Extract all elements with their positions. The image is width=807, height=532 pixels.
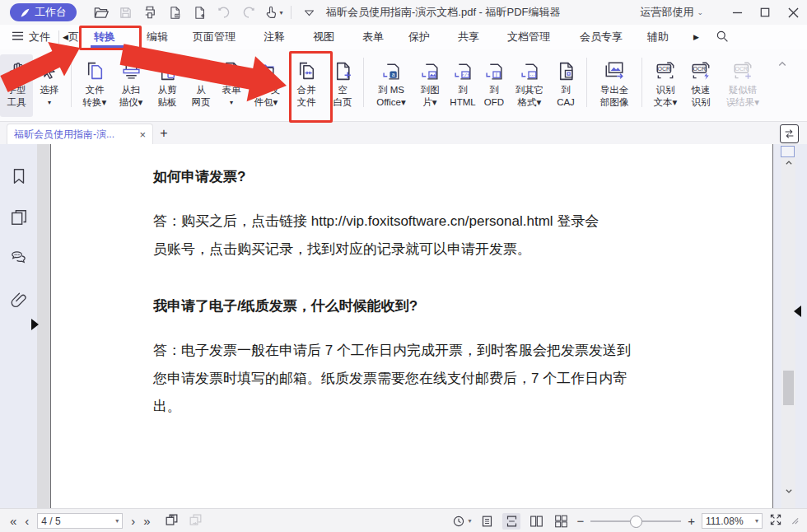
close-tab-icon[interactable]: × (139, 128, 146, 141)
scroll-down-icon[interactable] (782, 487, 795, 497)
tool-to-caj[interactable]: 到 CAJ (550, 54, 581, 117)
new-tab-button[interactable]: + (153, 122, 175, 144)
workspace-button[interactable]: 工作台 (10, 3, 77, 21)
tap-tool-icon[interactable]: ▾ (261, 3, 286, 21)
print-icon[interactable] (138, 3, 162, 21)
tool-from-scanner[interactable]: 从扫 描仪▾ (113, 54, 149, 117)
close-button[interactable] (779, 1, 807, 25)
tool-to-ms-office[interactable]: a 到 MS Office▾ (369, 54, 413, 117)
tool-label: 表单 (222, 84, 241, 96)
comments-panel-icon[interactable] (9, 250, 28, 272)
previous-view-icon[interactable] (164, 512, 180, 530)
to-html-icon: </> (453, 58, 473, 84)
menu-tab-edit[interactable]: 编辑 (147, 30, 168, 44)
document-tab[interactable]: 福昕会员使用指南-演... × (7, 124, 153, 144)
export-page-icon[interactable] (162, 3, 187, 21)
hamburger-icon[interactable] (12, 30, 24, 44)
menu-tab-page-manage[interactable]: 页面管理 (193, 30, 236, 44)
tool-select[interactable]: 选择 ▾ (33, 54, 66, 117)
menu-partial-tab[interactable]: 页 (68, 30, 79, 44)
zoom-slider-knob[interactable] (630, 516, 642, 528)
next-view-icon[interactable] (188, 512, 203, 530)
open-file-icon[interactable] (88, 3, 113, 21)
scroll-up-icon[interactable] (782, 159, 795, 169)
first-page-button[interactable]: « (10, 515, 16, 527)
attachments-panel-icon[interactable] (10, 292, 28, 313)
menu-tab-doc-manage[interactable]: 文档管理 (507, 30, 550, 44)
tool-ocr-suspects[interactable]: OCR 疑似错 误结果▾ (718, 54, 767, 117)
tool-label: PDF文 (252, 84, 281, 96)
caret-down-icon: ▾ (115, 517, 119, 525)
tool-to-image[interactable]: 到图 片▾ (413, 54, 446, 117)
expand-left-panel-icon[interactable] (31, 319, 39, 330)
tool-form[interactable]: 表单 ▾ (217, 54, 246, 117)
tool-from-clipboard[interactable]: 从剪 贴板 (149, 54, 185, 117)
expand-right-panel-icon[interactable] (794, 306, 801, 317)
tool-label: 文件 (297, 96, 316, 109)
svg-text:a: a (391, 72, 394, 77)
zoom-slider[interactable] (590, 513, 681, 530)
zoom-out-button[interactable]: − (576, 515, 584, 527)
menu-tab-member[interactable]: 会员专享 (580, 30, 623, 44)
menu-tab-convert[interactable]: 转换 (94, 30, 115, 44)
chevron-down-icon[interactable] (296, 3, 321, 21)
page-number-input[interactable]: 4 / 5 ▾ (37, 513, 123, 529)
title-bar: 工作台 ▾ 福昕会员使用指南-演示文档.pdf - 福 (0, 0, 807, 26)
menu-tab-protect[interactable]: 保护 (408, 30, 430, 44)
tab-scroll-right-icon[interactable]: ▶ (693, 33, 699, 41)
resize-grip[interactable] (789, 515, 799, 527)
maximize-button[interactable] (751, 1, 779, 25)
vertical-scrollbar[interactable] (781, 144, 795, 508)
account-menu[interactable]: 运营部使用 ⌄ (640, 5, 703, 20)
search-icon[interactable] (716, 30, 729, 45)
previous-page-button[interactable]: ‹ (25, 515, 29, 527)
pages-panel-icon[interactable] (10, 208, 28, 230)
new-page-icon[interactable] (187, 3, 212, 21)
undo-icon[interactable] (212, 3, 236, 21)
menu-tab-share[interactable]: 共享 (458, 30, 479, 44)
auto-scroll-button[interactable]: ▾ (452, 515, 471, 528)
tool-quick-ocr[interactable]: OCR 快速 识别 (683, 54, 718, 117)
tool-blank-page[interactable]: 空 白页 (327, 54, 358, 117)
scanner-icon (121, 58, 142, 84)
tool-ocr-text[interactable]: OCR 识别 文本▾ (647, 54, 683, 117)
next-page-button[interactable]: › (131, 515, 135, 527)
answer-line: 答：电子发票一般在申请后 7 个工作日内完成开票，到时客服会把发票发送到 (153, 337, 772, 365)
menu-tab-assist[interactable]: 辅助 (647, 30, 669, 44)
zoom-level-value: 111.08% (706, 516, 755, 527)
cursor-icon (40, 58, 59, 84)
menu-tab-view[interactable]: 视图 (313, 30, 334, 44)
tool-to-other-format[interactable]: … 到其它 格式▾ (509, 54, 550, 117)
tool-to-ofd[interactable]: ∫ 到 OFD (479, 54, 509, 117)
zoom-level-input[interactable]: 111.08% ▾ (702, 513, 763, 529)
tool-pdf-package[interactable]: PDF文 件包▾ (246, 54, 286, 117)
tab-scroll-left-icon[interactable]: ◀ (63, 33, 68, 41)
facing-view-icon[interactable] (527, 513, 545, 530)
tool-label: 疑似错 (729, 84, 758, 96)
menu-tab-comment[interactable]: 注释 (264, 30, 285, 44)
collapse-toolbar-icon[interactable] (777, 59, 787, 72)
zoom-in-button[interactable]: + (688, 515, 695, 527)
fullscreen-icon[interactable] (769, 513, 782, 529)
menu-file[interactable]: 文件 (29, 30, 50, 44)
last-page-button[interactable]: » (143, 515, 150, 527)
save-icon[interactable] (113, 3, 138, 21)
tool-merge-files[interactable]: 合并 文件 (286, 54, 327, 117)
continuous-view-icon[interactable] (502, 513, 520, 530)
redo-icon[interactable] (236, 3, 261, 21)
tool-from-web[interactable]: 从 网页 (185, 54, 217, 117)
single-page-view-icon[interactable] (478, 513, 496, 530)
tool-to-html[interactable]: </> 到 HTML (446, 54, 479, 117)
tool-export-all-images[interactable]: 导出全 部图像 (592, 54, 637, 117)
scrollbar-thumb[interactable] (783, 371, 794, 405)
bookmarks-panel-icon[interactable] (10, 167, 28, 189)
minimize-button[interactable] (723, 1, 751, 25)
faq-section: 如何申请发票? 答：购买之后，点击链接 http://vip.foxitsoft… (153, 167, 772, 264)
facing-continuous-view-icon[interactable] (552, 513, 570, 530)
split-view-handle[interactable] (781, 146, 795, 157)
swap-view-icon[interactable] (780, 124, 799, 143)
question-heading: 我申请了电子/纸质发票，什么时候能收到? (153, 296, 772, 315)
menu-tab-form[interactable]: 表单 (362, 30, 384, 44)
tool-hand[interactable]: 手型 工具 (0, 54, 33, 117)
tool-file-convert[interactable]: 文件 转换▾ (77, 54, 113, 117)
